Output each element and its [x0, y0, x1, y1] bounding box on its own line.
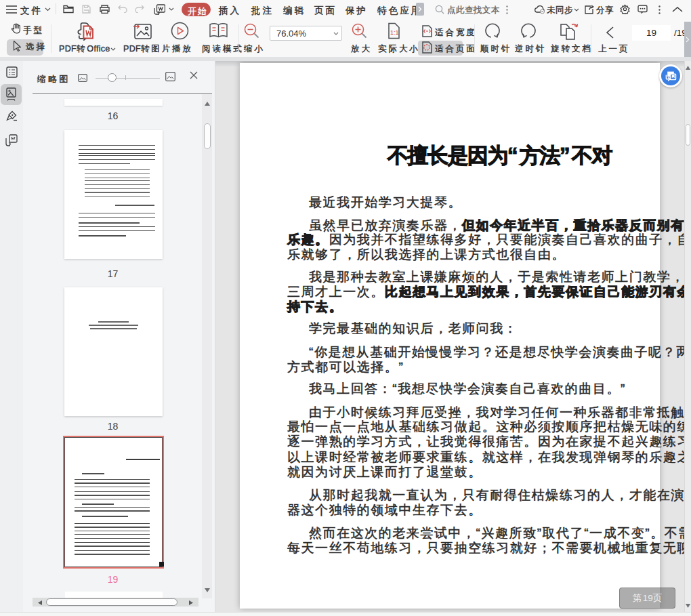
svg-text:1:1: 1:1 — [390, 29, 399, 36]
